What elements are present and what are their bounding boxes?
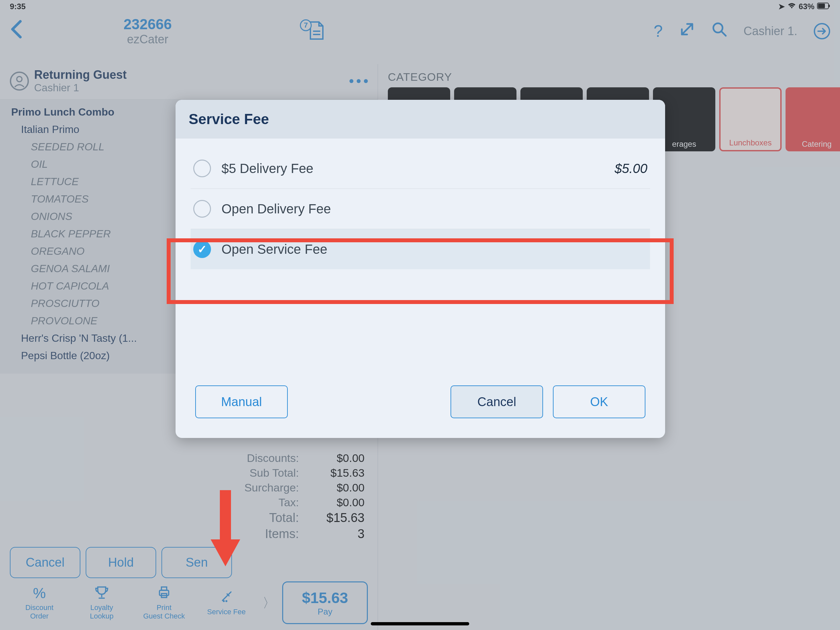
radio-icon	[193, 240, 211, 258]
modal-ok-button[interactable]: OK	[553, 385, 646, 418]
radio-icon	[193, 160, 211, 177]
service-fee-modal: Service Fee $5 Delivery Fee$5.00Open Del…	[175, 100, 665, 438]
fee-option[interactable]: $5 Delivery Fee$5.00	[191, 149, 650, 189]
modal-header: Service Fee	[175, 100, 665, 139]
modal-cancel-button[interactable]: Cancel	[450, 385, 543, 418]
fee-option[interactable]: Open Delivery Fee	[191, 189, 650, 229]
fee-name: Open Service Fee	[221, 242, 647, 257]
home-indicator[interactable]	[371, 622, 469, 625]
fee-price: $5.00	[614, 161, 647, 176]
fee-name: $5 Delivery Fee	[221, 161, 614, 176]
fee-name: Open Delivery Fee	[221, 201, 647, 216]
manual-button[interactable]: Manual	[195, 385, 288, 418]
modal-body: $5 Delivery Fee$5.00Open Delivery FeeOpe…	[175, 139, 665, 379]
fee-option[interactable]: Open Service Fee	[191, 229, 650, 269]
modal-footer: Manual Cancel OK	[175, 379, 665, 438]
modal-title: Service Fee	[189, 111, 652, 127]
radio-icon	[193, 200, 211, 218]
